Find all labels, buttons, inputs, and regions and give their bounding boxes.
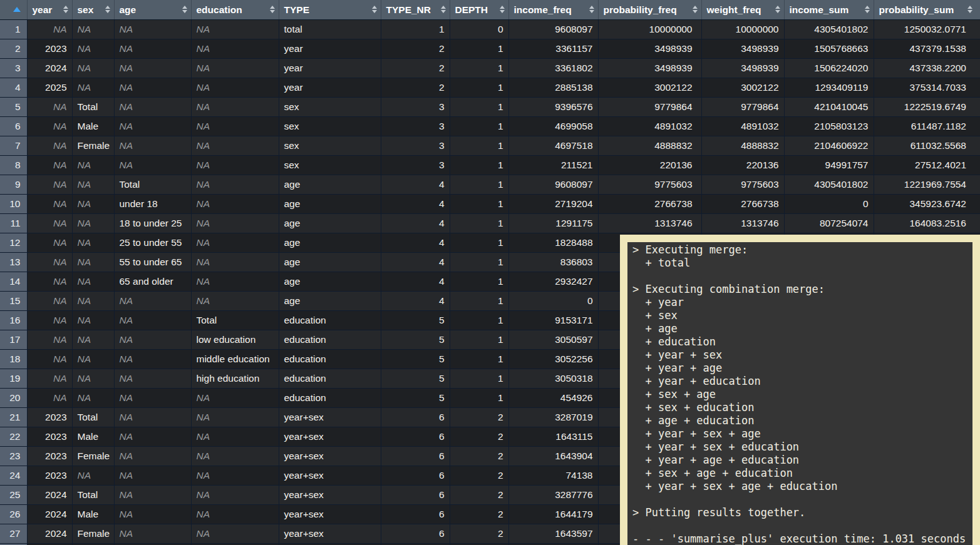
cell-education: NA (191, 485, 279, 504)
cell-income_sum: 2104606922 (784, 136, 874, 155)
console-line: + year + education (632, 375, 972, 388)
cell-age: NA (114, 291, 191, 310)
cell-probability_freq: 3002122 (598, 78, 701, 97)
cell-sex: NA (72, 39, 114, 58)
cell-DEPTH: 0 (450, 19, 508, 39)
column-header-education[interactable]: education (191, 0, 279, 19)
column-header-income_freq[interactable]: income_freq (508, 0, 598, 19)
column-header-age[interactable]: age (114, 0, 191, 19)
cell-education: low education (191, 330, 279, 349)
cell-TYPE: age (279, 213, 381, 233)
sort-arrows-icon (693, 6, 698, 13)
cell-income_freq: 0 (508, 291, 598, 310)
cell-probability_sum: 1222519.6749 (874, 97, 980, 116)
cell-DEPTH: 1 (450, 58, 508, 78)
cell-income_sum: 4210410045 (784, 97, 874, 116)
cell-education: NA (191, 233, 279, 252)
row-number: 24 (0, 466, 27, 485)
console-line: + year + age (632, 362, 972, 375)
cell-sex: NA (72, 272, 114, 291)
cell-TYPE_NR: 6 (381, 504, 450, 524)
cell-probability_freq: 3498939 (598, 58, 701, 78)
cell-education: NA (191, 155, 279, 175)
cell-TYPE: year+sex (279, 407, 381, 427)
cell-income_freq: 3361802 (508, 58, 598, 78)
cell-sex: Female (72, 136, 114, 155)
cell-education: NA (191, 116, 279, 136)
cell-sex: NA (72, 58, 114, 78)
cell-income_sum: 4305401802 (784, 175, 874, 194)
cell-weight_freq: 9779864 (701, 97, 784, 116)
table-row: 9NANATotalNAage4196080979775603977560343… (0, 175, 980, 194)
cell-DEPTH: 2 (450, 524, 508, 543)
header-row: yearsexageeducationTYPETYPE_NRDEPTHincom… (0, 0, 980, 19)
cell-sex: NA (72, 233, 114, 252)
cell-DEPTH: 1 (450, 194, 508, 213)
table-row: 1NANANANAtotal10960809710000000100000004… (0, 19, 980, 39)
cell-income_freq: 4699058 (508, 116, 598, 136)
cell-DEPTH: 2 (450, 427, 508, 446)
console-line: + age (632, 322, 972, 335)
cell-TYPE_NR: 5 (381, 330, 450, 349)
cell-education: NA (191, 194, 279, 213)
column-header-probability_freq[interactable]: probability_freq (598, 0, 701, 19)
column-header-TYPE_NR[interactable]: TYPE_NR (381, 0, 450, 19)
row-number: 16 (0, 310, 27, 330)
row-number: 21 (0, 407, 27, 427)
cell-TYPE: year+sex (279, 485, 381, 504)
table-row: 8NANANANAsex3121152122013622013694991757… (0, 155, 980, 175)
row-number: 18 (0, 349, 27, 369)
cell-weight_freq: 4888832 (701, 136, 784, 155)
cell-education: NA (191, 524, 279, 543)
cell-year: NA (27, 291, 72, 310)
data-viewer: yearsexageeducationTYPETYPE_NRDEPTHincom… (0, 0, 980, 545)
cell-sex: NA (72, 369, 114, 388)
cell-year: NA (27, 97, 72, 116)
cell-probability_freq: 4891032 (598, 116, 701, 136)
cell-TYPE: year+sex (279, 504, 381, 524)
sort-arrows-icon (63, 6, 68, 13)
cell-probability_sum: 611487.1182 (874, 116, 980, 136)
cell-TYPE: sex (279, 116, 381, 136)
cell-probability_sum: 375314.7033 (874, 78, 980, 97)
column-header-sex[interactable]: sex (72, 0, 114, 19)
cell-income_freq: 211521 (508, 155, 598, 175)
cell-income_freq: 9153171 (508, 310, 598, 330)
row-number: 23 (0, 446, 27, 466)
cell-sex: NA (72, 252, 114, 272)
column-header-label: probability_sum (879, 1, 954, 19)
cell-education: middle education (191, 349, 279, 369)
column-header-year[interactable]: year (27, 0, 72, 19)
row-number-header[interactable] (0, 0, 27, 19)
cell-income_freq: 836803 (508, 252, 598, 272)
cell-DEPTH: 1 (450, 388, 508, 407)
cell-DEPTH: 1 (450, 136, 508, 155)
sort-arrows-icon (270, 6, 275, 13)
cell-TYPE_NR: 3 (381, 155, 450, 175)
column-header-DEPTH[interactable]: DEPTH (450, 0, 508, 19)
row-number: 10 (0, 194, 27, 213)
column-header-weight_freq[interactable]: weight_freq (701, 0, 784, 19)
column-header-probability_sum[interactable]: probability_sum (874, 0, 980, 19)
cell-age: NA (114, 388, 191, 407)
table-row: 5NATotalNANAsex3193965769779864977986442… (0, 97, 980, 116)
row-number: 14 (0, 272, 27, 291)
console-line (632, 270, 972, 283)
column-header-TYPE[interactable]: TYPE (279, 0, 381, 19)
cell-income_freq: 3050318 (508, 369, 598, 388)
cell-education: NA (191, 213, 279, 233)
column-header-label: age (120, 1, 137, 19)
row-number: 20 (0, 388, 27, 407)
cell-DEPTH: 1 (450, 155, 508, 175)
cell-sex: NA (72, 175, 114, 194)
console-line: + sex + education (632, 401, 972, 414)
cell-year: 2023 (27, 39, 72, 58)
cell-age: NA (114, 524, 191, 543)
cell-TYPE: age (279, 194, 381, 213)
cell-sex: NA (72, 291, 114, 310)
cell-TYPE_NR: 4 (381, 194, 450, 213)
cell-probability_sum: 345923.6742 (874, 194, 980, 213)
cell-year: NA (27, 175, 72, 194)
cell-weight_freq: 3498939 (701, 58, 784, 78)
column-header-income_sum[interactable]: income_sum (784, 0, 874, 19)
